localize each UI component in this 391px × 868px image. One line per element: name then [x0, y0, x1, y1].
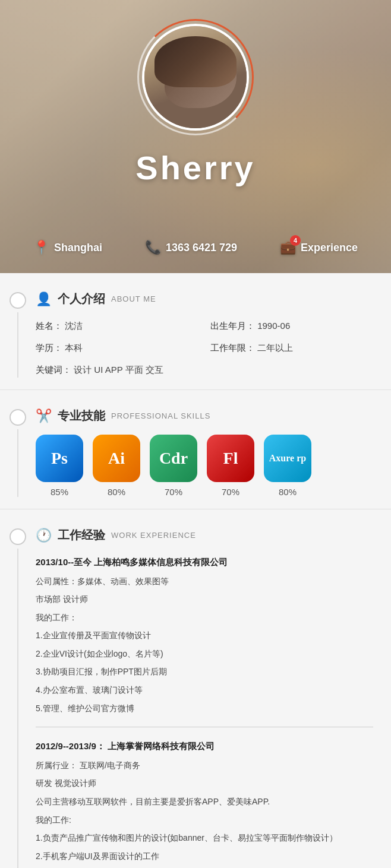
avatar-photo	[144, 26, 247, 128]
skill-item-ai: Ai80%	[93, 435, 140, 497]
about-name: 姓名： 沈洁	[36, 318, 198, 334]
work-dept: 研发 视觉设计师	[36, 775, 373, 791]
work-duty: 2.手机客户端UI及界面设计的工作	[36, 848, 373, 864]
about-title-cn: 个人介绍	[58, 291, 105, 307]
location-icon: 📍	[33, 240, 49, 255]
skill-percent: 70%	[222, 487, 239, 497]
skill-item-cdr: Cdr70%	[150, 435, 197, 497]
name-label: 姓名：	[36, 321, 62, 331]
skills-title-en: PROFESSIONAL SKILLS	[111, 411, 210, 420]
work-duty: 3.协助项目汇报，制作PPT图片后期	[36, 664, 373, 680]
work-years-label: 工作年限：	[210, 343, 255, 353]
about-section: 👤 个人介绍 ABOUT ME 姓名： 沈洁 出生年月： 1990-06 学历：…	[0, 273, 391, 389]
skills-grid: Ps85%Ai80%Cdr70%Fl70%Axure rp80%	[36, 435, 373, 497]
clock-icon: 🕐	[36, 528, 52, 543]
about-keywords: 关键词： 设计 UI APP 平面 交互	[36, 362, 373, 378]
timeline-line-about	[17, 312, 18, 378]
work-duty: 1.企业宣传册及平面宣传物设计	[36, 628, 373, 644]
about-grid: 姓名： 沈洁 出生年月： 1990-06 学历： 本科 工作年限： 二年以上 关…	[36, 318, 373, 378]
work-job-block: 2013/10--至今 上海柏鸣多媒体信息科技有限公司公司属性：多媒体、动画、效…	[36, 554, 373, 716]
work-company: 2012/9--2013/9： 上海掌誉网络科技有限公司	[36, 738, 373, 755]
about-body: 👤 个人介绍 ABOUT ME 姓名： 沈洁 出生年月： 1990-06 学历：…	[36, 291, 391, 378]
location-text: Shanghai	[54, 242, 102, 254]
work-duty: 4.办公室布置、玻璃门设计等	[36, 682, 373, 698]
about-title-en: ABOUT ME	[111, 294, 156, 303]
work-attr: 公司属性：多媒体、动画、效果图等	[36, 574, 373, 590]
work-dept: 市场部 设计师	[36, 591, 373, 607]
skill-icon: Axure rp	[264, 435, 311, 482]
skill-percent: 70%	[165, 487, 182, 497]
work-header: 🕐 工作经验 WORK EXPERIENCE	[36, 527, 373, 543]
edu-value: 本科	[65, 343, 83, 353]
keywords-label: 关键词：	[36, 365, 71, 375]
timeline-line-skills	[17, 429, 18, 497]
about-header: 👤 个人介绍 ABOUT ME	[36, 291, 373, 307]
timeline-circle-work	[10, 528, 26, 545]
skill-item-fl: Fl70%	[207, 435, 254, 497]
skill-icon: Cdr	[150, 435, 197, 482]
work-company: 2013/10--至今 上海柏鸣多媒体信息科技有限公司	[36, 554, 373, 571]
work-duty: 5.管理、维护公司官方微博	[36, 701, 373, 717]
about-edu: 学历： 本科	[36, 340, 198, 356]
skill-icon: Fl	[207, 435, 254, 482]
skill-icon: Ai	[93, 435, 140, 482]
phone-icon: 📞	[145, 240, 161, 255]
work-duty: 2.企业VI设计(如企业logo、名片等)	[36, 646, 373, 662]
work-attr: 所属行业： 互联网/电子商务	[36, 758, 373, 774]
skill-icon: Ps	[36, 435, 83, 482]
birth-label: 出生年月：	[210, 321, 255, 331]
about-birth: 出生年月： 1990-06	[210, 318, 373, 334]
name-value: 沈洁	[65, 321, 83, 331]
skill-percent: 85%	[51, 487, 68, 497]
work-duties-title: 我的工作:	[36, 812, 373, 828]
timeline-line-work	[17, 549, 18, 868]
skill-item-ps: Ps85%	[36, 435, 83, 497]
experience-badge-count: 4	[290, 235, 301, 246]
avatar-container	[142, 24, 249, 131]
work-years-value: 二年以上	[257, 343, 293, 353]
avatar	[142, 24, 249, 131]
skills-title-cn: 专业技能	[58, 408, 105, 424]
skill-item-axure-rp: Axure rp80%	[264, 435, 311, 497]
main-content: 👤 个人介绍 ABOUT ME 姓名： 沈洁 出生年月： 1990-06 学历：…	[0, 273, 391, 868]
keywords-value: 设计 UI APP 平面 交互	[74, 365, 163, 375]
work-divider	[36, 727, 373, 727]
work-job-block: 2012/9--2013/9： 上海掌誉网络科技有限公司所属行业： 互联网/电子…	[36, 738, 373, 868]
profile-name: Sherry	[0, 148, 391, 187]
skills-body: ✂️ 专业技能 PROFESSIONAL SKILLS Ps85%Ai80%Cd…	[36, 408, 391, 497]
timeline-circle-about	[10, 292, 26, 309]
work-jobs: 2013/10--至今 上海柏鸣多媒体信息科技有限公司公司属性：多媒体、动画、效…	[36, 554, 373, 868]
work-duty: 1.负责产品推广宣传物和图片的设计(如banner、台卡、易拉宝等平面制作物设计…	[36, 830, 373, 846]
person-icon: 👤	[36, 292, 52, 307]
tools-icon: ✂️	[36, 408, 52, 424]
skills-header: ✂️ 专业技能 PROFESSIONAL SKILLS	[36, 408, 373, 424]
timeline-col-work	[0, 527, 36, 868]
phone-text: 1363 6421 729	[166, 242, 237, 254]
about-work-years: 工作年限： 二年以上	[210, 340, 373, 356]
timeline-col-skills	[0, 408, 36, 497]
experience-badge-container: 💼 4	[280, 240, 296, 255]
skill-percent: 80%	[108, 487, 125, 497]
birth-value: 1990-06	[257, 321, 290, 331]
work-duties-title: 我的工作：	[36, 610, 373, 626]
work-section: 🕐 工作经验 WORK EXPERIENCE 2013/10--至今 上海柏鸣多…	[0, 509, 391, 868]
header-section: Sherry 📍 Shanghai 📞 1363 6421 729 💼 4 Ex…	[0, 0, 391, 273]
timeline-circle-skills	[10, 409, 26, 426]
work-desc: 公司主营移动互联网软件，目前主要是爱折客APP、爱美味APP.	[36, 794, 373, 810]
work-title-en: WORK EXPERIENCE	[111, 531, 196, 540]
timeline-col-about	[0, 291, 36, 378]
edu-label: 学历：	[36, 343, 62, 353]
experience-text: Experience	[301, 242, 358, 254]
work-title-cn: 工作经验	[58, 527, 105, 543]
skills-section: ✂️ 专业技能 PROFESSIONAL SKILLS Ps85%Ai80%Cd…	[0, 390, 391, 509]
skill-percent: 80%	[279, 487, 297, 497]
work-body: 🕐 工作经验 WORK EXPERIENCE 2013/10--至今 上海柏鸣多…	[36, 527, 391, 868]
header-info-bar: 📍 Shanghai 📞 1363 6421 729 💼 4 Experienc…	[0, 240, 391, 255]
experience-info: 💼 4 Experience	[280, 240, 358, 255]
phone-info: 📞 1363 6421 729	[145, 240, 237, 255]
location-info: 📍 Shanghai	[33, 240, 102, 255]
